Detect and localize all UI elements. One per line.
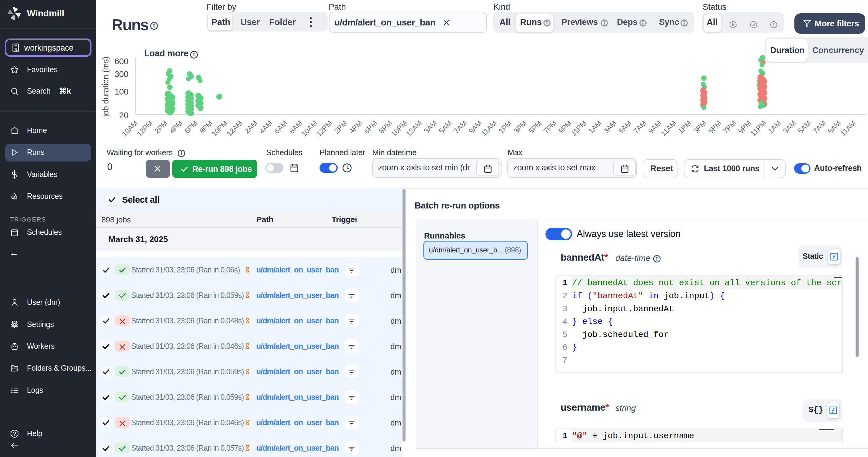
- svg-text:7AM: 7AM: [632, 119, 648, 135]
- svg-text:1AM: 1AM: [766, 119, 783, 135]
- svg-text:12AM: 12AM: [225, 119, 244, 138]
- svg-text:6PM: 6PM: [362, 119, 379, 135]
- svg-text:10AM: 10AM: [120, 119, 139, 138]
- svg-text:1PM: 1PM: [677, 119, 693, 135]
- svg-text:1AM: 1AM: [587, 119, 603, 135]
- svg-text:300: 300: [115, 69, 128, 79]
- svg-text:5AM: 5AM: [617, 119, 633, 135]
- svg-text:3AM: 3AM: [602, 119, 618, 135]
- svg-text:11PM: 11PM: [569, 119, 588, 138]
- svg-text:5AM: 5AM: [796, 119, 813, 135]
- svg-text:100: 100: [115, 87, 128, 96]
- svg-text:7AM: 7AM: [452, 119, 468, 135]
- svg-text:2PM: 2PM: [333, 119, 349, 135]
- svg-text:7PM: 7PM: [721, 119, 738, 135]
- svg-text:7PM: 7PM: [542, 119, 558, 135]
- svg-text:5AM: 5AM: [437, 119, 454, 135]
- svg-text:5PM: 5PM: [707, 119, 723, 135]
- svg-text:job duration (ms): job duration (ms): [101, 56, 110, 117]
- svg-text:3AM: 3AM: [781, 119, 798, 135]
- svg-text:11AM: 11AM: [659, 119, 678, 138]
- svg-text:3AM: 3AM: [422, 119, 438, 135]
- svg-text:2AM: 2AM: [243, 119, 259, 135]
- svg-text:3PM: 3PM: [691, 119, 708, 135]
- svg-text:6AM: 6AM: [273, 119, 289, 135]
- svg-text:12AM: 12AM: [404, 119, 424, 138]
- svg-text:5PM: 5PM: [527, 119, 543, 135]
- svg-text:4PM: 4PM: [168, 119, 184, 135]
- svg-text:600: 600: [115, 57, 128, 66]
- svg-text:11AM: 11AM: [480, 119, 498, 138]
- svg-text:3PM: 3PM: [512, 119, 528, 135]
- svg-text:2PM: 2PM: [153, 119, 169, 135]
- svg-text:11PM: 11PM: [749, 119, 768, 138]
- svg-text:7AM: 7AM: [811, 119, 828, 135]
- svg-text:12PM: 12PM: [135, 119, 154, 138]
- svg-text:20: 20: [119, 111, 128, 120]
- svg-text:11AM: 11AM: [839, 119, 858, 138]
- svg-text:1PM: 1PM: [497, 119, 513, 135]
- svg-text:12PM: 12PM: [315, 119, 334, 138]
- svg-text:10AM: 10AM: [300, 119, 319, 138]
- svg-text:4PM: 4PM: [347, 119, 364, 135]
- svg-text:10PM: 10PM: [390, 119, 408, 138]
- svg-text:4AM: 4AM: [258, 119, 274, 135]
- svg-text:6PM: 6PM: [183, 119, 199, 135]
- svg-text:10PM: 10PM: [210, 119, 229, 138]
